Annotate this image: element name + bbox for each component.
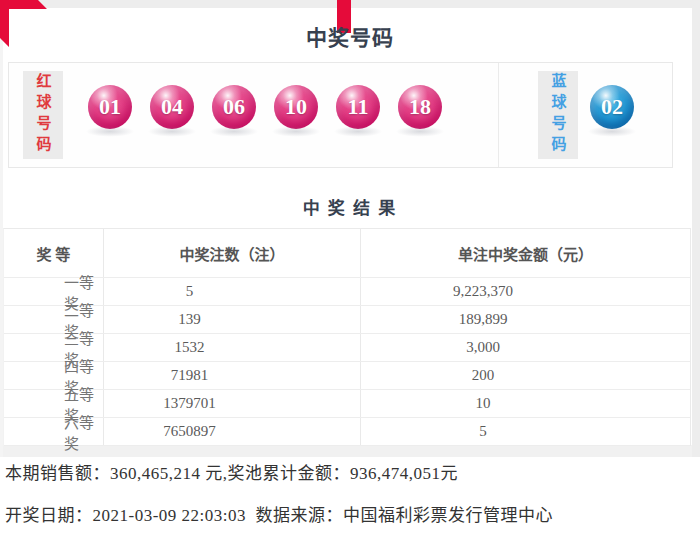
prize-amount: 9,223,370	[361, 278, 690, 305]
winning-numbers-panel: 红球号码 01 04 06 10 11 18 蓝球号码 02	[8, 62, 673, 168]
sales-summary-text: 本期销售额：360,465,214 元,奖池累计金额：936,474,051元	[5, 459, 458, 484]
panel-divider	[498, 63, 499, 167]
header-prize-amount: 单注中奖金额（元）	[361, 229, 690, 277]
red-ball-number: 01	[99, 94, 121, 120]
prize-amount: 3,000	[361, 334, 690, 361]
blue-ball-number: 02	[601, 94, 623, 120]
red-ball-number: 04	[161, 94, 183, 120]
red-ball: 04	[150, 85, 194, 129]
prize-amount: 189,899	[361, 306, 690, 333]
header-winner-count: 中奖注数（注）	[104, 229, 361, 277]
winner-count: 7650897	[104, 418, 361, 445]
red-ball: 11	[336, 85, 380, 129]
page-background-right	[692, 0, 700, 457]
red-ball-number: 10	[285, 94, 307, 120]
prize-row: 三等奖 1532 3,000	[4, 334, 690, 362]
prize-level: 六等奖	[4, 418, 104, 445]
prize-table: 奖 等 中奖注数（注） 单注中奖金额（元） 一等奖 5 9,223,370 二等…	[3, 228, 691, 446]
prize-row: 五等奖 1379701 10	[4, 390, 690, 418]
red-ball: 10	[274, 85, 318, 129]
blue-ball: 02	[590, 85, 634, 129]
red-ball: 01	[88, 85, 132, 129]
prize-table-header-row: 奖 等 中奖注数（注） 单注中奖金额（元）	[4, 229, 690, 278]
prize-row: 六等奖 7650897 5	[4, 418, 690, 446]
red-ball: 06	[212, 85, 256, 129]
winner-count: 1532	[104, 334, 361, 361]
winner-count: 5	[104, 278, 361, 305]
red-ball: 18	[398, 85, 442, 129]
prize-row: 四等奖 71981 200	[4, 362, 690, 390]
winner-count: 71981	[104, 362, 361, 389]
blue-ball-label: 蓝球号码	[538, 71, 578, 159]
lottery-results-page: 中奖号码 红球号码 01 04 06 10 11 18 蓝球号码 02 中 奖 …	[0, 0, 700, 535]
winner-count: 1379701	[104, 390, 361, 417]
section-gap-band	[3, 445, 692, 457]
red-ball-number: 11	[348, 94, 369, 120]
prize-amount: 10	[361, 390, 690, 417]
prize-row: 二等奖 139 189,899	[4, 306, 690, 334]
prize-amount: 5	[361, 418, 690, 445]
red-ball-number: 06	[223, 94, 245, 120]
result-section-title: 中 奖 结 果	[0, 194, 700, 219]
draw-date-source-text: 开奖日期：2021-03-09 22:03:03 数据来源：中国福利彩票发行管理…	[5, 501, 553, 526]
red-balls-label: 红球号码	[23, 71, 63, 159]
red-ball-number: 18	[409, 94, 431, 120]
prize-row: 一等奖 5 9,223,370	[4, 278, 690, 306]
prize-amount: 200	[361, 362, 690, 389]
page-title: 中奖号码	[0, 21, 700, 51]
winner-count: 139	[104, 306, 361, 333]
